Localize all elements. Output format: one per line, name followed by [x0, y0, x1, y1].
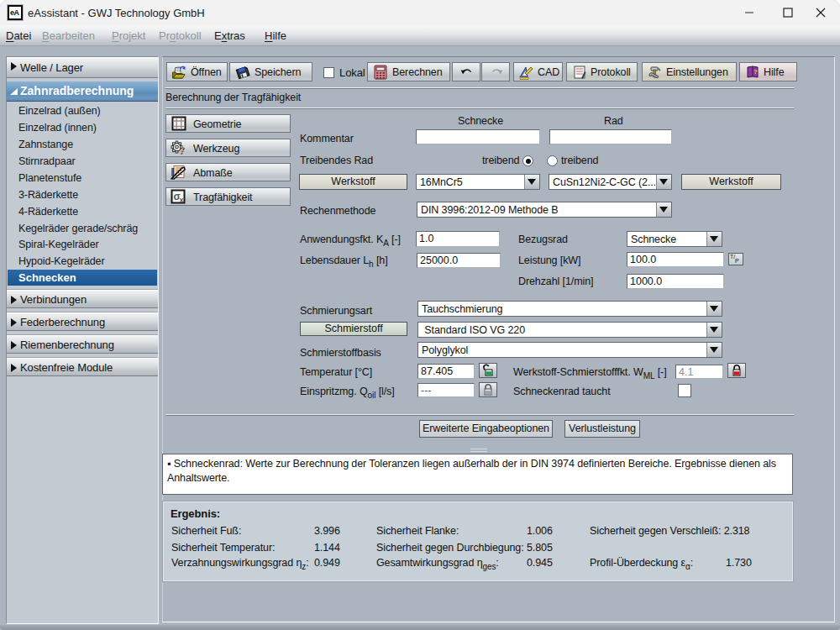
- svg-text:P: P: [735, 258, 739, 264]
- svg-text:x: x: [180, 196, 184, 204]
- svg-text:?: ?: [753, 68, 758, 76]
